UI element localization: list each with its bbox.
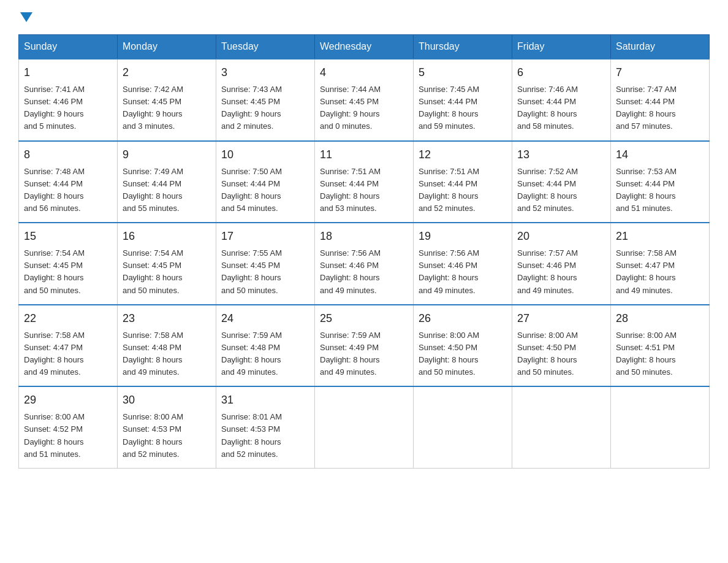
day-number: 30 bbox=[123, 392, 211, 408]
day-info: Sunrise: 7:51 AMSunset: 4:44 PMDaylight:… bbox=[419, 166, 507, 215]
day-number: 3 bbox=[221, 64, 309, 81]
calendar-cell: 20Sunrise: 7:57 AMSunset: 4:46 PMDayligh… bbox=[512, 223, 611, 305]
day-number: 31 bbox=[221, 392, 309, 408]
calendar-cell: 17Sunrise: 7:55 AMSunset: 4:45 PMDayligh… bbox=[216, 223, 315, 305]
day-info: Sunrise: 8:00 AMSunset: 4:51 PMDaylight:… bbox=[616, 329, 704, 379]
calendar-cell: 4Sunrise: 7:44 AMSunset: 4:45 PMDaylight… bbox=[315, 59, 414, 141]
day-of-week-header: Sunday bbox=[19, 35, 118, 59]
calendar-cell: 8Sunrise: 7:48 AMSunset: 4:44 PMDaylight… bbox=[19, 141, 118, 223]
calendar-cell: 16Sunrise: 7:54 AMSunset: 4:45 PMDayligh… bbox=[118, 223, 216, 305]
day-info: Sunrise: 7:58 AMSunset: 4:48 PMDaylight:… bbox=[123, 329, 211, 379]
page-header bbox=[18, 12, 710, 22]
calendar-cell: 6Sunrise: 7:46 AMSunset: 4:44 PMDaylight… bbox=[512, 59, 611, 141]
calendar-cell: 7Sunrise: 7:47 AMSunset: 4:44 PMDaylight… bbox=[611, 59, 710, 141]
calendar-cell bbox=[414, 386, 512, 468]
calendar-cell: 30Sunrise: 8:00 AMSunset: 4:53 PMDayligh… bbox=[118, 386, 216, 468]
day-number: 23 bbox=[123, 310, 211, 327]
day-number: 9 bbox=[123, 147, 211, 163]
day-number: 14 bbox=[616, 147, 704, 163]
calendar-cell: 12Sunrise: 7:51 AMSunset: 4:44 PMDayligh… bbox=[414, 141, 512, 223]
day-number: 28 bbox=[616, 310, 704, 327]
calendar-cell: 13Sunrise: 7:52 AMSunset: 4:44 PMDayligh… bbox=[512, 141, 611, 223]
day-info: Sunrise: 7:49 AMSunset: 4:44 PMDaylight:… bbox=[123, 166, 211, 215]
day-info: Sunrise: 8:00 AMSunset: 4:50 PMDaylight:… bbox=[517, 329, 605, 379]
day-number: 19 bbox=[419, 228, 507, 245]
day-of-week-header: Friday bbox=[512, 35, 611, 59]
day-number: 22 bbox=[24, 310, 112, 327]
day-info: Sunrise: 7:53 AMSunset: 4:44 PMDaylight:… bbox=[616, 166, 704, 215]
day-number: 5 bbox=[419, 64, 507, 81]
day-number: 8 bbox=[24, 147, 112, 163]
day-number: 12 bbox=[419, 147, 507, 163]
day-number: 26 bbox=[419, 310, 507, 327]
calendar-cell: 29Sunrise: 8:00 AMSunset: 4:52 PMDayligh… bbox=[19, 386, 118, 468]
day-info: Sunrise: 7:54 AMSunset: 4:45 PMDaylight:… bbox=[123, 247, 211, 297]
day-info: Sunrise: 7:58 AMSunset: 4:47 PMDaylight:… bbox=[616, 247, 704, 297]
calendar-cell: 14Sunrise: 7:53 AMSunset: 4:44 PMDayligh… bbox=[611, 141, 710, 223]
day-number: 18 bbox=[320, 228, 408, 245]
calendar-cell: 2Sunrise: 7:42 AMSunset: 4:45 PMDaylight… bbox=[118, 59, 216, 141]
calendar-cell: 24Sunrise: 7:59 AMSunset: 4:48 PMDayligh… bbox=[216, 305, 315, 387]
day-info: Sunrise: 7:56 AMSunset: 4:46 PMDaylight:… bbox=[320, 247, 408, 297]
calendar-header-row: SundayMondayTuesdayWednesdayThursdayFrid… bbox=[19, 35, 710, 59]
day-number: 16 bbox=[123, 228, 211, 245]
day-info: Sunrise: 7:42 AMSunset: 4:45 PMDaylight:… bbox=[123, 83, 211, 133]
calendar-cell: 27Sunrise: 8:00 AMSunset: 4:50 PMDayligh… bbox=[512, 305, 611, 387]
day-number: 21 bbox=[616, 228, 704, 245]
day-info: Sunrise: 8:00 AMSunset: 4:50 PMDaylight:… bbox=[419, 329, 507, 379]
day-info: Sunrise: 7:43 AMSunset: 4:45 PMDaylight:… bbox=[221, 83, 309, 133]
calendar-cell: 31Sunrise: 8:01 AMSunset: 4:53 PMDayligh… bbox=[216, 386, 315, 468]
calendar-table: SundayMondayTuesdayWednesdayThursdayFrid… bbox=[18, 34, 710, 469]
day-number: 25 bbox=[320, 310, 408, 327]
calendar-cell: 26Sunrise: 8:00 AMSunset: 4:50 PMDayligh… bbox=[414, 305, 512, 387]
day-info: Sunrise: 7:47 AMSunset: 4:44 PMDaylight:… bbox=[616, 83, 704, 133]
calendar-cell bbox=[315, 386, 414, 468]
day-number: 27 bbox=[517, 310, 605, 327]
day-info: Sunrise: 7:55 AMSunset: 4:45 PMDaylight:… bbox=[221, 247, 309, 297]
day-number: 2 bbox=[123, 64, 211, 81]
day-of-week-header: Thursday bbox=[414, 35, 512, 59]
day-number: 10 bbox=[221, 147, 309, 163]
day-number: 7 bbox=[616, 64, 704, 81]
calendar-cell bbox=[611, 386, 710, 468]
day-info: Sunrise: 7:41 AMSunset: 4:46 PMDaylight:… bbox=[24, 83, 112, 133]
day-info: Sunrise: 7:57 AMSunset: 4:46 PMDaylight:… bbox=[517, 247, 605, 297]
calendar-cell: 19Sunrise: 7:56 AMSunset: 4:46 PMDayligh… bbox=[414, 223, 512, 305]
day-info: Sunrise: 7:46 AMSunset: 4:44 PMDaylight:… bbox=[517, 83, 605, 133]
day-info: Sunrise: 8:01 AMSunset: 4:53 PMDaylight:… bbox=[221, 411, 309, 461]
day-info: Sunrise: 7:52 AMSunset: 4:44 PMDaylight:… bbox=[517, 166, 605, 215]
calendar-cell: 18Sunrise: 7:56 AMSunset: 4:46 PMDayligh… bbox=[315, 223, 414, 305]
day-info: Sunrise: 7:45 AMSunset: 4:44 PMDaylight:… bbox=[419, 83, 507, 133]
calendar-cell: 23Sunrise: 7:58 AMSunset: 4:48 PMDayligh… bbox=[118, 305, 216, 387]
day-of-week-header: Monday bbox=[118, 35, 216, 59]
day-info: Sunrise: 7:48 AMSunset: 4:44 PMDaylight:… bbox=[24, 166, 112, 215]
day-info: Sunrise: 7:59 AMSunset: 4:49 PMDaylight:… bbox=[320, 329, 408, 379]
day-info: Sunrise: 7:50 AMSunset: 4:44 PMDaylight:… bbox=[221, 166, 309, 215]
calendar-cell: 3Sunrise: 7:43 AMSunset: 4:45 PMDaylight… bbox=[216, 59, 315, 141]
day-info: Sunrise: 7:54 AMSunset: 4:45 PMDaylight:… bbox=[24, 247, 112, 297]
calendar-week-row: 29Sunrise: 8:00 AMSunset: 4:52 PMDayligh… bbox=[19, 386, 710, 468]
day-of-week-header: Wednesday bbox=[315, 35, 414, 59]
calendar-week-row: 1Sunrise: 7:41 AMSunset: 4:46 PMDaylight… bbox=[19, 59, 710, 141]
calendar-cell: 11Sunrise: 7:51 AMSunset: 4:44 PMDayligh… bbox=[315, 141, 414, 223]
day-info: Sunrise: 7:51 AMSunset: 4:44 PMDaylight:… bbox=[320, 166, 408, 215]
day-number: 11 bbox=[320, 147, 408, 163]
day-number: 4 bbox=[320, 64, 408, 81]
day-info: Sunrise: 8:00 AMSunset: 4:52 PMDaylight:… bbox=[24, 411, 112, 461]
day-number: 15 bbox=[24, 228, 112, 245]
day-info: Sunrise: 7:56 AMSunset: 4:46 PMDaylight:… bbox=[419, 247, 507, 297]
calendar-week-row: 15Sunrise: 7:54 AMSunset: 4:45 PMDayligh… bbox=[19, 223, 710, 305]
logo bbox=[18, 12, 34, 22]
day-number: 20 bbox=[517, 228, 605, 245]
day-number: 1 bbox=[24, 64, 112, 81]
calendar-week-row: 8Sunrise: 7:48 AMSunset: 4:44 PMDaylight… bbox=[19, 141, 710, 223]
day-number: 17 bbox=[221, 228, 309, 245]
day-info: Sunrise: 7:58 AMSunset: 4:47 PMDaylight:… bbox=[24, 329, 112, 379]
day-number: 6 bbox=[517, 64, 605, 81]
day-of-week-header: Saturday bbox=[611, 35, 710, 59]
calendar-cell: 1Sunrise: 7:41 AMSunset: 4:46 PMDaylight… bbox=[19, 59, 118, 141]
calendar-cell: 15Sunrise: 7:54 AMSunset: 4:45 PMDayligh… bbox=[19, 223, 118, 305]
day-number: 13 bbox=[517, 147, 605, 163]
calendar-cell: 9Sunrise: 7:49 AMSunset: 4:44 PMDaylight… bbox=[118, 141, 216, 223]
calendar-cell: 5Sunrise: 7:45 AMSunset: 4:44 PMDaylight… bbox=[414, 59, 512, 141]
